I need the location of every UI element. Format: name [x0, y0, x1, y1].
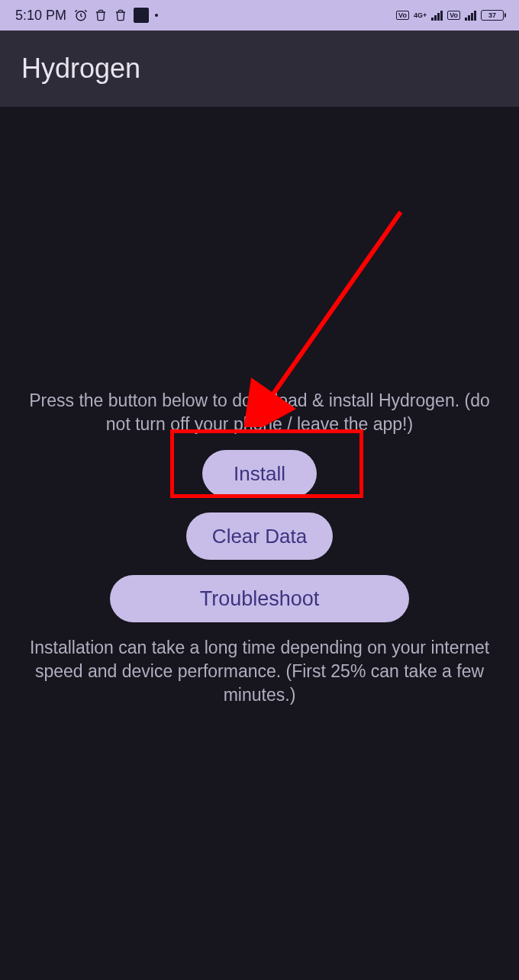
troubleshoot-button[interactable]: Troubleshoot [110, 575, 409, 622]
button-container: Install Clear Data Troubleshoot [110, 450, 409, 622]
app-icon [134, 8, 149, 23]
trash-icon-2 [114, 8, 127, 22]
clear-data-button[interactable]: Clear Data [186, 512, 333, 560]
install-button[interactable]: Install [202, 450, 317, 497]
trash-icon [94, 8, 108, 22]
dot-icon [155, 14, 158, 17]
status-bar: 5:10 PM Vo [0, 0, 519, 31]
alarm-icon [74, 8, 88, 22]
status-icons-left [74, 8, 158, 23]
network-type-icon: 4G+ [414, 11, 427, 19]
volte-badge-1: Vo [396, 11, 409, 20]
signal-icon-1 [431, 10, 443, 21]
app-title: Hydrogen [21, 53, 140, 85]
app-header: Hydrogen [0, 31, 519, 107]
status-right: Vo 4G+ Vo 37 [396, 10, 504, 21]
battery-icon: 37 [481, 10, 504, 21]
main-content: Press the button below to download & ins… [0, 107, 519, 707]
status-left: 5:10 PM [15, 8, 158, 24]
volte-badge-2: Vo [447, 11, 460, 20]
signal-icon-2 [465, 10, 476, 21]
instruction-top: Press the button below to download & ins… [14, 389, 505, 436]
instruction-bottom: Installation can take a long time depend… [14, 636, 505, 707]
status-time: 5:10 PM [15, 8, 66, 24]
